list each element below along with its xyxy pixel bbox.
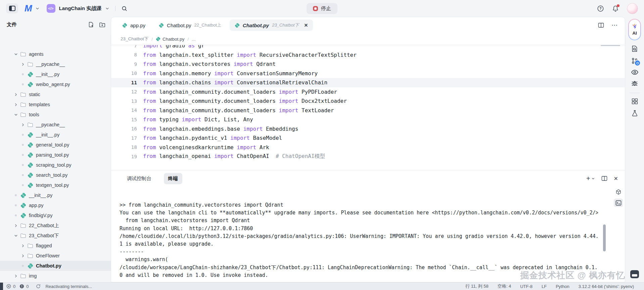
tree-item-static[interactable]: static	[0, 89, 111, 99]
tree-item-label: templates	[29, 102, 50, 107]
tree-item-templates[interactable]: templates	[0, 99, 111, 110]
toggle-panel-icon[interactable]	[630, 270, 639, 278]
chevron-right-icon[interactable]	[13, 92, 19, 97]
divider	[115, 6, 116, 11]
chevron-right-icon[interactable]	[13, 223, 19, 228]
tree-item-general_tool.py[interactable]: general_tool.py	[0, 140, 111, 150]
editor-tab-Chatbot.py[interactable]: Chatbot.py22_Chatbot上	[154, 19, 226, 31]
modified-dot	[20, 154, 26, 156]
tree-item-flagged[interactable]: flagged	[0, 241, 111, 251]
chevron-right-icon[interactable]	[20, 62, 26, 67]
more-actions-icon[interactable]: ⋯	[611, 24, 618, 27]
debug-bug-icon[interactable]	[631, 80, 638, 87]
split-editor-icon[interactable]	[598, 23, 604, 28]
project-title[interactable]: LangChain 实战课	[59, 5, 102, 12]
tree-item-__pycache__[interactable]: __pycache__	[0, 59, 111, 69]
modified-dot	[20, 265, 26, 267]
sidebar-toggle-button[interactable]	[6, 3, 18, 13]
chevron-down-icon[interactable]	[35, 6, 40, 11]
chevron-right-icon[interactable]	[13, 102, 19, 107]
new-terminal-button[interactable]: +	[586, 175, 595, 182]
tree-item-img[interactable]: img	[0, 271, 111, 281]
terminal-line: 0 and will be removed in 1.0. Use invoke…	[120, 272, 598, 279]
file-search-icon[interactable]	[631, 45, 638, 52]
status-cursor-position[interactable]: 行 11, 列 58	[465, 283, 488, 289]
tree-item-app.py[interactable]: app.py	[0, 200, 111, 210]
tree-item-__init__.py[interactable]: __init__.py	[0, 69, 111, 79]
code-text: from langchain.memory import Conversatio…	[143, 70, 318, 77]
chevron-down-icon[interactable]	[13, 113, 19, 117]
status-language-mode[interactable]: Python	[556, 284, 569, 289]
warnings-icon[interactable]	[19, 284, 24, 289]
panel-tab-终端[interactable]: 终端	[164, 173, 182, 184]
split-panel-icon[interactable]	[601, 176, 607, 181]
terminal-output[interactable]: >> from langchain_community.vectorstores…	[120, 201, 598, 281]
search-icon[interactable]	[121, 5, 128, 12]
python-file-icon	[27, 132, 34, 138]
errors-icon[interactable]	[6, 284, 11, 289]
editor-tab-Chatbot.py[interactable]: Chatbot.py23_Chatbot下✕	[230, 19, 313, 31]
tree-item-22_Chatbot上[interactable]: 22_Chatbot上	[0, 220, 111, 231]
gradio-process-icon[interactable]	[614, 188, 623, 196]
breadcrumb-more[interactable]: ...	[192, 37, 195, 42]
tree-item-tools[interactable]: tools	[0, 110, 111, 120]
chevron-down-icon[interactable]	[105, 6, 109, 11]
tree-item-parsing_tool.py[interactable]: parsing_tool.py	[0, 150, 111, 160]
code-line: 16from langchain.embeddings.base import …	[111, 124, 625, 134]
chevron-right-icon[interactable]	[20, 123, 26, 127]
chevron-right-icon[interactable]	[20, 254, 26, 258]
breadcrumb-file[interactable]: Chatbot.py	[156, 37, 184, 42]
notification-dot	[617, 4, 619, 7]
line-number: 10	[111, 71, 137, 76]
editor-scrollbar-thumb[interactable]	[601, 45, 620, 46]
close-tab-icon[interactable]: ✕	[304, 23, 308, 28]
help-icon[interactable]: ?	[597, 5, 604, 12]
tree-item-findbigV.py[interactable]: findbigV.py	[0, 210, 111, 220]
line-number: 13	[111, 98, 137, 104]
avatar[interactable]	[627, 3, 638, 14]
modified-dot	[20, 144, 26, 146]
stop-button[interactable]: 停止	[307, 3, 337, 14]
extensions-grid-icon[interactable]	[631, 98, 638, 105]
chevron-right-icon[interactable]	[13, 274, 19, 278]
tree-item-textgen_tool.py[interactable]: textgen_tool.py	[0, 180, 111, 190]
python-file-icon	[27, 72, 34, 77]
close-panel-icon[interactable]: ✕	[614, 175, 618, 182]
tree-item-weibo_agent.py[interactable]: weibo_agent.py	[0, 79, 111, 89]
status-encoding[interactable]: UTF-8	[520, 284, 533, 289]
tree-item-__init__.py[interactable]: __init__.py	[0, 130, 111, 140]
marscode-logo-icon[interactable]: M	[25, 4, 32, 13]
folder-icon	[27, 253, 34, 258]
tree-item-OneFlower[interactable]: OneFlower	[0, 251, 111, 261]
terminal-instance-icon[interactable]	[614, 199, 623, 207]
new-file-icon[interactable]	[88, 22, 94, 28]
tree-item-__pycache__[interactable]: __pycache__	[0, 120, 111, 130]
tree-item-__init__.py[interactable]: __init__.py	[0, 190, 111, 200]
editor-tab-app.py[interactable]: app.py	[117, 20, 150, 31]
panel-tab-调试控制台[interactable]: 调试控制台	[123, 173, 156, 184]
svg-text:?: ?	[599, 6, 601, 10]
tree-item-Chatbot.py[interactable]: Chatbot.py	[0, 261, 111, 271]
terminal-scrollbar-thumb[interactable]	[603, 224, 606, 251]
status-python-interpreter[interactable]: 3.12.2 64-bit ('shims': pyenv)	[579, 284, 634, 289]
preview-eye-icon[interactable]	[631, 69, 639, 75]
code-editor[interactable]: 7import gradio as gr8from langchain.text…	[111, 45, 625, 170]
tree-item-agents[interactable]: agents	[0, 49, 111, 59]
experiments-flask-icon[interactable]	[631, 110, 638, 117]
tree-item-label: weibo_agent.py	[36, 82, 70, 87]
tree-item-scraping_tool.py[interactable]: scraping_tool.py	[0, 160, 111, 170]
remote-indicator[interactable]	[0, 283, 3, 290]
status-indentation[interactable]: 空格: 4	[498, 283, 511, 289]
status-eol[interactable]: LF	[542, 284, 547, 289]
notifications-bell-icon[interactable]	[612, 5, 619, 12]
new-folder-icon[interactable]	[99, 22, 105, 28]
tree-item-23_Chatbot下[interactable]: 23_Chatbot下	[0, 231, 111, 241]
tree-item-search_tool.py[interactable]: search_tool.py	[0, 170, 111, 180]
chevron-right-icon[interactable]	[20, 244, 26, 248]
source-control-icon[interactable]	[631, 57, 638, 65]
code-text: import gradio as gr	[143, 45, 204, 49]
ai-assistant-button[interactable]: AI	[628, 19, 641, 40]
breadcrumb-folder[interactable]: 23_Chatbot下	[121, 36, 148, 42]
chevron-down-icon[interactable]	[13, 52, 19, 56]
chevron-down-icon[interactable]	[13, 234, 19, 238]
